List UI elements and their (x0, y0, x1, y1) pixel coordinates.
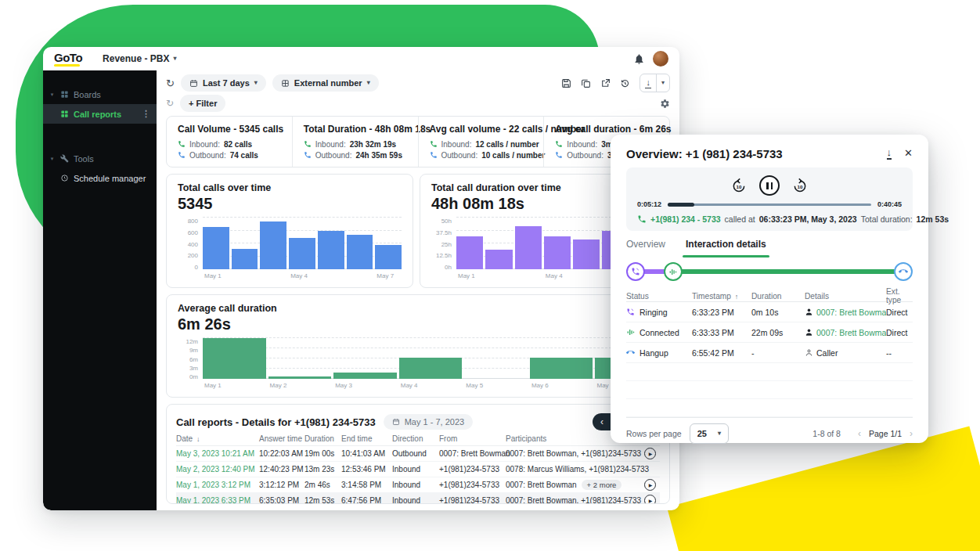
bar[interactable] (544, 236, 571, 269)
rows-per-page-select[interactable]: 25 ▾ (690, 423, 729, 444)
sidebar-item-tools[interactable]: ▾ Tools (43, 149, 157, 168)
connected-marker-icon[interactable] (664, 262, 683, 281)
table-date-chip[interactable]: May 1 - 7, 2023 (384, 414, 473, 430)
bar[interactable] (260, 221, 286, 269)
col-duration[interactable]: Duration (304, 434, 341, 443)
bar[interactable] (375, 245, 402, 269)
status: Ringing (640, 308, 668, 317)
save-board-button[interactable] (561, 78, 571, 88)
table-row[interactable]: May 3, 2023 10:21 AM 10:22:03 AM 19m 00s… (176, 446, 660, 462)
tab-overview[interactable]: Overview (626, 239, 665, 254)
kebab-menu-icon[interactable]: ⋮ (142, 109, 150, 119)
history-button[interactable] (620, 78, 630, 88)
bar[interactable] (515, 226, 542, 269)
col-direction[interactable]: Direction (392, 434, 439, 443)
sidebar-item-call-reports[interactable]: Call reports ⋮ (43, 104, 157, 124)
tree-caret-icon[interactable]: ▾ (49, 92, 56, 98)
date-link[interactable]: May 1, 2023 3:12 PM (176, 481, 259, 489)
col-details[interactable]: Details (805, 292, 886, 301)
date-link[interactable]: May 1, 2023 6:33 PM (176, 496, 259, 504)
progress-track[interactable] (668, 203, 871, 206)
table-row-selected[interactable]: May 1, 2023 6:33 PM 6:35:03 PM 12m 53s 6… (176, 493, 660, 504)
bar[interactable] (232, 249, 258, 269)
bar[interactable] (399, 358, 463, 379)
answer-time: 10:22:03 AM (259, 449, 304, 458)
gear-icon[interactable] (660, 99, 670, 109)
details-link[interactable]: 0007: Brett Bowman (816, 308, 886, 317)
date-range-chip[interactable]: Last 7 days ▾ (181, 74, 266, 92)
tab-interaction-details[interactable]: Interaction details (686, 239, 766, 254)
bar[interactable] (485, 250, 512, 269)
page-prev-icon[interactable]: ‹ (858, 428, 861, 439)
workspace-selector[interactable]: Revenue - PBX ▾ (103, 53, 176, 64)
refresh-icon[interactable]: ↻ (166, 99, 174, 108)
col-answer-time[interactable]: Answer time (259, 434, 304, 443)
total-calls-chart-card: Total calls over time 5345 8006004002000… (166, 174, 413, 288)
user-avatar[interactable] (653, 51, 668, 67)
participants: 0078: Marcus Williams, +1(981)234-5733 (506, 465, 649, 474)
bar[interactable] (530, 358, 593, 379)
bar[interactable] (203, 227, 229, 269)
bar[interactable] (203, 338, 266, 379)
col-status[interactable]: Status (626, 292, 692, 301)
notifications-bell-icon[interactable] (633, 53, 645, 65)
play-recording-icon[interactable]: ▶ (644, 495, 656, 504)
interaction-row-ringing[interactable]: Ringing 6:33:23 PM 0m 10s 0007: Brett Bo… (626, 302, 913, 322)
play-recording-icon[interactable]: ▶ (644, 448, 656, 459)
bar[interactable] (268, 376, 332, 379)
add-filter-chip[interactable]: + Filter (180, 95, 225, 112)
from: +1(981)234-5733 (439, 465, 506, 474)
rows-per-page-value: 25 (697, 429, 707, 438)
charts-row: Total calls over time 5345 8006004002000… (166, 174, 670, 288)
details-link[interactable]: 0007: Brett Bowman (816, 328, 886, 337)
empty-row (626, 381, 913, 399)
copy-button[interactable] (581, 78, 591, 88)
col-date[interactable]: Date ↓ (176, 434, 259, 443)
col-timestamp[interactable]: Timestamp ↑ (692, 292, 751, 301)
download-options-button[interactable]: ▾ (656, 74, 669, 92)
play-recording-icon[interactable]: ▶ (644, 479, 656, 491)
close-icon[interactable]: ✕ (904, 147, 913, 159)
table-row[interactable]: May 1, 2023 3:12 PM 3:12:12 PM 2m 46s 3:… (176, 477, 660, 493)
rewind-10-button[interactable]: 10 (731, 178, 747, 193)
bar[interactable] (456, 236, 483, 269)
dimension-chip[interactable]: External number ▾ (272, 74, 379, 92)
filter-row: ↻ + Filter (166, 94, 670, 113)
download-icon[interactable]: ↓ (887, 147, 892, 160)
x-tick: May 7 (375, 272, 402, 279)
bar[interactable] (318, 231, 344, 270)
bar[interactable] (333, 373, 397, 379)
interaction-row-connected[interactable]: Connected 6:33:33 PM 22m 09s 0007: Brett… (626, 322, 913, 343)
add-filter-label: + Filter (189, 99, 217, 108)
y-axis: 50h37.5h25h12.5h0h (431, 218, 452, 279)
col-ext-type[interactable]: Ext. type (886, 287, 913, 304)
col-from[interactable]: From (439, 434, 506, 443)
share-export-button[interactable] (600, 78, 611, 88)
interaction-row-hangup[interactable]: Hangup 6:55:42 PM - Caller -- (626, 343, 913, 363)
forward-10-button[interactable]: 10 (792, 178, 808, 193)
y-tick: 37.5h (436, 229, 452, 236)
date-link[interactable]: May 3, 2023 10:21 AM (176, 449, 259, 458)
date-link[interactable]: May 2, 2023 12:40 PM (176, 465, 259, 474)
sidebar-item-schedule-manager[interactable]: Schedule manager (43, 168, 157, 188)
overlay-title: Overview: +1 (981) 234-5733 (626, 147, 783, 160)
page-next-icon[interactable]: › (910, 428, 913, 439)
sidebar-item-boards[interactable]: ▾ Boards (43, 85, 157, 104)
bar[interactable] (573, 239, 600, 269)
caller-number[interactable]: +1(981) 234 - 5733 (650, 214, 721, 224)
more-participants-chip[interactable]: + 2 more (582, 480, 622, 490)
ringing-marker-icon[interactable] (626, 262, 645, 281)
col-duration[interactable]: Duration (751, 292, 805, 301)
table-row[interactable]: May 2, 2023 12:40 PM 12:40:23 PM 13m 23s… (176, 462, 660, 477)
refresh-icon[interactable]: ↻ (166, 78, 175, 88)
duration: 2m 46s (304, 481, 341, 489)
empty-row (626, 363, 913, 381)
bar[interactable] (289, 238, 315, 269)
bar[interactable] (347, 235, 373, 269)
pause-button[interactable] (759, 175, 780, 196)
download-button[interactable]: ↓ (640, 74, 656, 92)
hangup-marker-icon[interactable] (894, 262, 913, 281)
col-end-time[interactable]: End time (341, 434, 392, 443)
x-tick: May 1 (456, 272, 483, 279)
tree-caret-icon[interactable]: ▾ (49, 156, 56, 162)
